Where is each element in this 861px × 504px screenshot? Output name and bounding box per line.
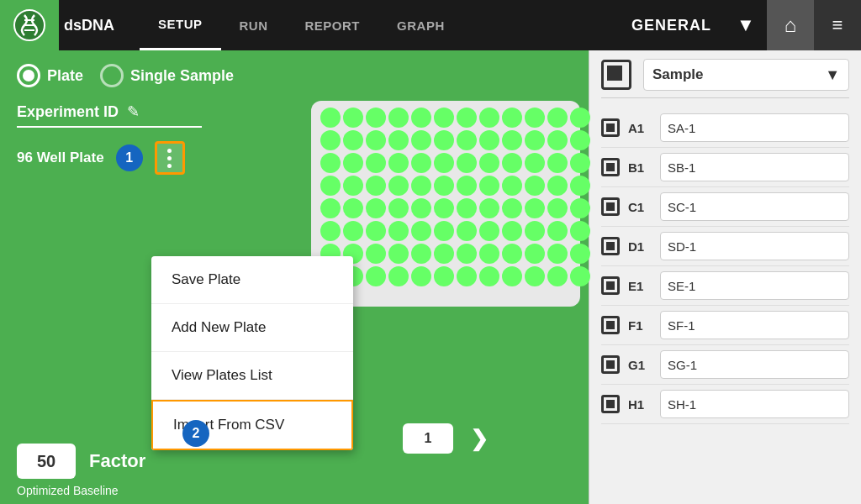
well[interactable] <box>434 221 454 241</box>
well[interactable] <box>388 198 409 218</box>
nav-setup[interactable]: SETUP <box>140 0 221 50</box>
well[interactable] <box>525 221 545 241</box>
well[interactable] <box>388 221 409 241</box>
well[interactable] <box>547 176 568 196</box>
well-checkbox-icon[interactable] <box>601 197 620 216</box>
well[interactable] <box>434 176 454 196</box>
well-sample-input[interactable]: SG-1 <box>660 350 849 379</box>
well[interactable] <box>502 221 522 241</box>
well[interactable] <box>525 198 545 218</box>
page-number-btn[interactable]: 1 <box>403 423 453 454</box>
well[interactable] <box>320 153 341 173</box>
well[interactable] <box>411 153 431 173</box>
well[interactable] <box>570 198 590 218</box>
nav-run[interactable]: RUN <box>221 0 287 50</box>
well[interactable] <box>343 198 363 218</box>
well[interactable] <box>570 176 590 196</box>
well[interactable] <box>320 198 341 218</box>
edit-icon[interactable]: ✎ <box>127 102 140 121</box>
well[interactable] <box>343 108 363 128</box>
plate-mode-option[interactable]: Plate <box>17 64 83 87</box>
well-checkbox-icon[interactable] <box>601 276 620 295</box>
well[interactable] <box>388 130 409 150</box>
well[interactable] <box>343 221 363 241</box>
well[interactable] <box>388 266 409 286</box>
well-sample-input[interactable]: SC-1 <box>660 192 849 221</box>
well[interactable] <box>479 266 499 286</box>
well-sample-input[interactable]: SF-1 <box>660 311 849 339</box>
single-sample-mode-option[interactable]: Single Sample <box>100 64 234 87</box>
well[interactable] <box>411 266 431 286</box>
well[interactable] <box>434 244 454 264</box>
well-checkbox-icon[interactable] <box>601 316 620 334</box>
well[interactable] <box>343 130 363 150</box>
nav-report[interactable]: REPORT <box>287 0 379 50</box>
well[interactable] <box>366 153 386 173</box>
well[interactable] <box>479 244 499 264</box>
home-button[interactable]: ⌂ <box>767 0 814 50</box>
well[interactable] <box>457 130 477 150</box>
well[interactable] <box>411 176 431 196</box>
well[interactable] <box>547 108 568 128</box>
well[interactable] <box>547 221 568 241</box>
well-checkbox-icon[interactable] <box>601 158 620 176</box>
dropdown-arrow-btn[interactable]: ▼ <box>725 0 767 50</box>
well[interactable] <box>343 153 363 173</box>
well[interactable] <box>320 108 341 128</box>
well[interactable] <box>479 198 499 218</box>
well[interactable] <box>434 130 454 150</box>
well[interactable] <box>479 176 499 196</box>
well-sample-input[interactable]: SH-1 <box>660 390 849 418</box>
well[interactable] <box>320 130 341 150</box>
well[interactable] <box>434 153 454 173</box>
well[interactable] <box>570 244 590 264</box>
well[interactable] <box>434 108 454 128</box>
well[interactable] <box>570 130 590 150</box>
well[interactable] <box>525 108 545 128</box>
well[interactable] <box>320 221 341 241</box>
well[interactable] <box>388 244 409 264</box>
well-checkbox-icon[interactable] <box>601 355 620 374</box>
well[interactable] <box>547 198 568 218</box>
well[interactable] <box>411 198 431 218</box>
well[interactable] <box>366 198 386 218</box>
plate-options-button[interactable] <box>155 141 185 175</box>
well-checkbox-icon[interactable] <box>601 395 620 413</box>
add-new-plate-item[interactable]: Add New Plate <box>151 304 353 352</box>
well[interactable] <box>479 153 499 173</box>
well[interactable] <box>502 153 522 173</box>
import-from-csv-item[interactable]: Import From CSV <box>151 400 353 450</box>
well-sample-input[interactable]: SD-1 <box>660 232 849 260</box>
well[interactable] <box>366 130 386 150</box>
well[interactable] <box>525 153 545 173</box>
well[interactable] <box>366 221 386 241</box>
well[interactable] <box>388 153 409 173</box>
well[interactable] <box>525 266 545 286</box>
well[interactable] <box>502 244 522 264</box>
well-sample-input[interactable]: SB-1 <box>660 153 849 181</box>
well[interactable] <box>547 266 568 286</box>
well[interactable] <box>411 130 431 150</box>
well[interactable] <box>479 108 499 128</box>
well[interactable] <box>570 266 590 286</box>
well[interactable] <box>457 266 477 286</box>
next-page-arrow[interactable]: ❯ <box>470 426 489 452</box>
well[interactable] <box>502 130 522 150</box>
well[interactable] <box>525 176 545 196</box>
plate-radio[interactable] <box>17 64 40 87</box>
well[interactable] <box>525 244 545 264</box>
well[interactable] <box>457 198 477 218</box>
well[interactable] <box>502 198 522 218</box>
well[interactable] <box>457 244 477 264</box>
single-sample-radio[interactable] <box>100 64 124 87</box>
nav-graph[interactable]: GRAPH <box>378 0 463 50</box>
well[interactable] <box>457 108 477 128</box>
well[interactable] <box>570 221 590 241</box>
well[interactable] <box>411 244 431 264</box>
well[interactable] <box>570 108 590 128</box>
well[interactable] <box>547 153 568 173</box>
factor-value[interactable]: 50 <box>17 444 76 479</box>
well[interactable] <box>320 176 341 196</box>
well-sample-input[interactable]: SE-1 <box>660 271 849 300</box>
well[interactable] <box>479 221 499 241</box>
